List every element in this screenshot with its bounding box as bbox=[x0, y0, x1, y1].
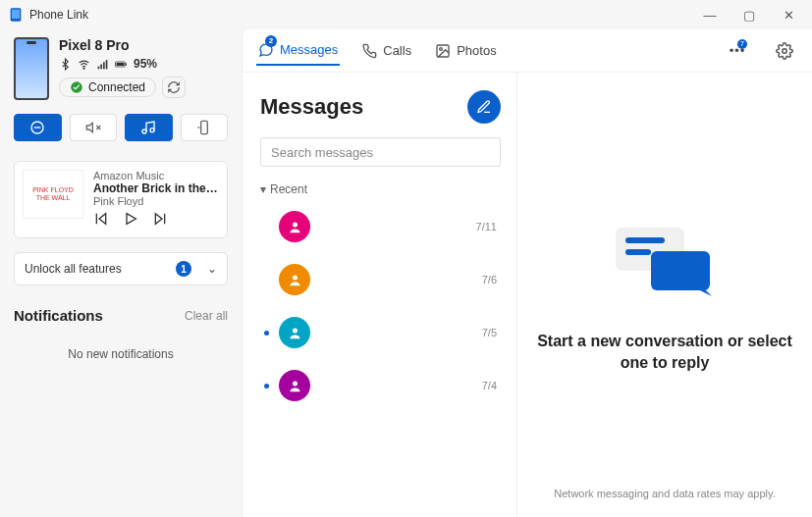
battery-icon bbox=[115, 58, 128, 71]
unread-dot bbox=[264, 331, 269, 336]
phone-card: Pixel 8 Pro 95% Connected bbox=[14, 37, 228, 100]
notifications-title: Notifications bbox=[14, 307, 103, 324]
thread-row[interactable]: 7/11 bbox=[260, 200, 501, 253]
thread-row[interactable]: 7/4 bbox=[260, 359, 501, 412]
messages-badge: 2 bbox=[265, 35, 277, 47]
tab-photos[interactable]: Photos bbox=[433, 37, 498, 65]
notifications-header: Notifications Clear all bbox=[14, 307, 228, 324]
clear-all-button[interactable]: Clear all bbox=[185, 309, 228, 323]
thread-date: 7/5 bbox=[482, 327, 497, 338]
thread-date: 7/6 bbox=[482, 274, 497, 285]
thread-row[interactable]: 7/5 bbox=[260, 306, 501, 359]
tab-messages-label: Messages bbox=[280, 42, 338, 57]
connection-status: Connected bbox=[59, 78, 156, 97]
top-nav: 2 Messages Calls Photos ••• 7 bbox=[243, 29, 812, 73]
quick-action-row bbox=[14, 114, 228, 141]
unlock-features-row[interactable]: Unlock all features 1 ⌄ bbox=[14, 252, 228, 285]
cast-icon bbox=[196, 120, 212, 135]
sidebar: Pixel 8 Pro 95% Connected bbox=[0, 29, 242, 517]
thread-row[interactable]: 7/6 bbox=[260, 253, 501, 306]
thread-date: 7/11 bbox=[476, 221, 497, 233]
phone-graphic bbox=[14, 37, 49, 100]
recent-section-label[interactable]: ▾ Recent bbox=[260, 182, 501, 196]
dnd-icon bbox=[29, 120, 45, 135]
play-button[interactable] bbox=[123, 211, 138, 230]
connected-check-icon bbox=[70, 80, 83, 94]
refresh-button[interactable] bbox=[162, 77, 186, 98]
svg-marker-18 bbox=[155, 214, 162, 225]
maximize-button[interactable]: ▢ bbox=[730, 1, 769, 28]
tab-photos-label: Photos bbox=[457, 43, 496, 58]
next-track-button[interactable] bbox=[152, 211, 168, 230]
empty-footer: Network messaging and data rates may app… bbox=[554, 488, 775, 499]
person-icon bbox=[288, 379, 302, 393]
svg-rect-28 bbox=[625, 237, 665, 243]
svg-rect-8 bbox=[117, 63, 125, 66]
svg-point-12 bbox=[142, 129, 146, 133]
cast-button[interactable] bbox=[181, 114, 229, 141]
avatar bbox=[279, 211, 310, 242]
mute-icon bbox=[85, 120, 101, 135]
svg-rect-1 bbox=[12, 10, 20, 19]
media-card: PINK FLOYDTHE WALL Amazon Music Another … bbox=[14, 161, 228, 238]
minimize-button[interactable]: — bbox=[690, 1, 730, 28]
calls-icon bbox=[361, 43, 377, 59]
titlebar: Phone Link — ▢ ✕ bbox=[0, 0, 812, 29]
minimize-icon: — bbox=[704, 8, 717, 23]
svg-point-25 bbox=[293, 328, 298, 333]
svg-rect-29 bbox=[625, 249, 651, 255]
more-badge: 7 bbox=[737, 39, 747, 49]
tab-calls-label: Calls bbox=[383, 43, 411, 58]
avatar bbox=[279, 317, 310, 348]
search-input[interactable]: Search messages bbox=[260, 137, 501, 167]
close-button[interactable]: ✕ bbox=[769, 1, 808, 28]
svg-rect-5 bbox=[103, 62, 105, 69]
signal-icon bbox=[96, 58, 109, 71]
svg-point-23 bbox=[293, 222, 298, 227]
gear-icon bbox=[776, 42, 793, 60]
svg-rect-4 bbox=[100, 64, 102, 69]
mute-button[interactable] bbox=[70, 114, 118, 141]
more-button[interactable]: ••• 7 bbox=[724, 37, 751, 65]
music-button[interactable] bbox=[125, 114, 173, 141]
svg-marker-15 bbox=[99, 214, 106, 225]
settings-button[interactable] bbox=[771, 37, 798, 65]
maximize-icon: ▢ bbox=[743, 8, 755, 23]
app-title: Phone Link bbox=[29, 8, 88, 22]
svg-point-24 bbox=[293, 275, 298, 280]
svg-rect-6 bbox=[106, 60, 108, 69]
tab-calls[interactable]: Calls bbox=[359, 37, 413, 65]
refresh-icon bbox=[167, 80, 181, 94]
media-source: Amazon Music bbox=[93, 170, 219, 181]
svg-rect-14 bbox=[200, 121, 207, 133]
tab-messages[interactable]: 2 Messages bbox=[256, 36, 340, 66]
prev-track-button[interactable] bbox=[93, 211, 109, 230]
notifications-empty: No new notifications bbox=[14, 347, 228, 361]
media-track: Another Brick in the Wall,... bbox=[93, 181, 219, 195]
svg-point-13 bbox=[150, 129, 154, 132]
media-artist: Pink Floyd bbox=[93, 195, 219, 207]
chevron-down-icon: ▾ bbox=[260, 182, 266, 196]
unread-dot bbox=[264, 384, 269, 388]
connected-label: Connected bbox=[88, 80, 145, 94]
conversation-illustration bbox=[606, 216, 724, 307]
avatar bbox=[279, 370, 310, 401]
prev-icon bbox=[93, 211, 109, 227]
chevron-down-icon: ⌄ bbox=[207, 262, 217, 276]
person-icon bbox=[288, 273, 302, 287]
svg-point-21 bbox=[440, 47, 443, 50]
album-art: PINK FLOYDTHE WALL bbox=[23, 170, 83, 219]
svg-point-22 bbox=[783, 48, 787, 53]
messages-list-panel: Messages Search messages ▾ Recent 7/11 bbox=[243, 73, 517, 517]
avatar bbox=[279, 264, 310, 295]
bluetooth-icon bbox=[59, 58, 72, 71]
search-placeholder: Search messages bbox=[271, 145, 373, 160]
dnd-button[interactable] bbox=[14, 114, 62, 141]
music-icon bbox=[140, 120, 156, 135]
status-icons: 95% bbox=[59, 57, 186, 71]
svg-rect-3 bbox=[98, 66, 100, 69]
compose-button[interactable] bbox=[467, 90, 501, 124]
empty-conversation-panel: Start a new conversation or select one t… bbox=[517, 73, 812, 517]
unlock-badge: 1 bbox=[176, 261, 191, 277]
empty-heading: Start a new conversation or select one t… bbox=[537, 331, 792, 375]
